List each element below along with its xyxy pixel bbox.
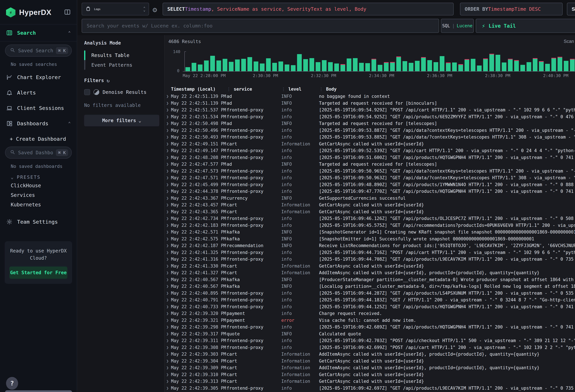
histogram-bar[interactable] — [508, 59, 513, 71]
histogram-bar[interactable] — [198, 65, 202, 71]
expand-chevron-icon[interactable]: ❯ — [165, 297, 171, 303]
table-row[interactable]: ❯May 22 2:42:47.577 PMadINFOTargeted ad … — [165, 161, 575, 168]
table-row[interactable]: ❯May 22 2:42:44.378 PMfrontend-proxyinfo… — [165, 188, 575, 195]
expand-chevron-icon[interactable]: ❯ — [165, 276, 171, 283]
histogram-bar[interactable] — [403, 61, 407, 71]
table-row[interactable]: ❯May 22 2:42:43.457 PMcartInformationGet… — [165, 202, 575, 208]
expand-chevron-icon[interactable]: ❯ — [165, 324, 171, 330]
expand-chevron-icon[interactable]: ❯ — [165, 249, 171, 256]
histogram-bar[interactable] — [229, 62, 234, 71]
histogram-bar[interactable] — [297, 54, 302, 71]
sidebar-item-team-settings[interactable]: Team Settings — [0, 214, 77, 230]
mode-lucene[interactable]: Lucene — [457, 23, 472, 28]
col-header-body[interactable]: Body — [319, 85, 575, 93]
expand-chevron-icon[interactable]: ❯ — [165, 147, 171, 154]
histogram-bar[interactable] — [514, 60, 519, 71]
table-row[interactable]: ❯May 22 2:42:40.567 PMkafkaINFO[LocalLog… — [165, 283, 575, 290]
histogram-bar[interactable] — [278, 62, 283, 71]
expand-chevron-icon[interactable]: ❯ — [165, 107, 171, 114]
histogram-bar[interactable] — [496, 55, 500, 71]
expand-chevron-icon[interactable]: ❯ — [165, 181, 171, 188]
col-header-service[interactable]: service — [227, 85, 281, 93]
source-select[interactable]: Logs ⌃⌄ — [82, 3, 149, 15]
table-row[interactable]: ❯May 22 2:42:42.575 PMkafkaINFO[Snapshot… — [165, 235, 575, 242]
sidebar-item-alerts[interactable]: Alerts — [0, 85, 77, 100]
expand-chevron-icon[interactable]: ❯ — [165, 337, 171, 344]
histogram-bar[interactable] — [433, 62, 438, 71]
table-row[interactable]: ❯May 22 2:42:42.734 PMfrontend-proxyinfo… — [165, 215, 575, 222]
histogram-bar[interactable] — [390, 62, 395, 71]
table-row[interactable]: ❯May 22 2:42:50.493 PMfrontend-proxyinfo… — [165, 134, 575, 140]
histogram-bar[interactable] — [192, 63, 196, 71]
expand-chevron-icon[interactable]: ❯ — [165, 242, 171, 249]
histogram-bar[interactable] — [520, 65, 525, 71]
expand-chevron-icon[interactable]: ❯ — [165, 229, 171, 235]
table-row[interactable]: ❯May 22 2:42:40.733 PMfrontend-proxyinfo… — [165, 303, 575, 310]
histogram-bar[interactable] — [464, 59, 469, 71]
histogram-bar[interactable] — [185, 67, 190, 71]
mode-sql[interactable]: SQL — [442, 23, 450, 28]
histogram-bar[interactable] — [527, 62, 531, 71]
preset-item-services[interactable]: Services — [0, 190, 77, 200]
table-row[interactable]: ❯May 22 2:42:39.309 PMcartInformationAdd… — [165, 364, 575, 371]
histogram-bar[interactable] — [483, 58, 488, 71]
histogram-bar[interactable] — [446, 63, 451, 71]
table-row[interactable]: ❯May 22 2:42:39.321 PMpaymenterrorVisa c… — [165, 317, 575, 324]
histogram-bar[interactable] — [471, 59, 476, 71]
expand-chevron-icon[interactable]: ❯ — [165, 120, 171, 127]
histogram-bar[interactable] — [247, 57, 252, 71]
analysis-mode-event-patterns[interactable]: Event Patterns — [85, 60, 132, 70]
table-row[interactable]: ❯May 22 2:42:43.367 PMcurrencyINFOGetSup… — [165, 195, 575, 202]
chevron-up-icon[interactable]: ⌃ — [68, 30, 71, 35]
histogram-bar[interactable] — [328, 62, 333, 71]
table-row[interactable]: ❯May 22 2:42:47.573 PMfrontend-proxyinfo… — [165, 168, 575, 175]
preset-item-clickhouse[interactable]: ClickHouse — [0, 181, 77, 190]
histogram-bar[interactable] — [421, 57, 426, 71]
table-row[interactable]: ❯May 22 2:42:39.298 PMfrontend-proxyinfo… — [165, 324, 575, 330]
histogram-bar[interactable] — [409, 63, 413, 71]
table-row[interactable]: ❯May 22 2:42:41.325 PMfrontend-proxyinfo… — [165, 249, 575, 256]
histogram-bar[interactable] — [396, 56, 401, 71]
histogram-bar[interactable] — [551, 58, 556, 71]
expand-chevron-icon[interactable]: ❯ — [165, 208, 171, 215]
table-row[interactable]: ❯May 22 2:42:48.208 PMfrontend-proxyinfo… — [165, 154, 575, 161]
expand-chevron-icon[interactable]: ❯ — [165, 127, 171, 134]
expand-chevron-icon[interactable]: ❯ — [165, 371, 171, 378]
expand-chevron-icon[interactable]: ❯ — [165, 317, 171, 324]
histogram-bar[interactable] — [291, 65, 296, 71]
expand-chevron-icon[interactable]: ❯ — [165, 174, 171, 181]
expand-chevron-icon[interactable]: ❯ — [165, 256, 171, 263]
table-row[interactable]: ❯May 22 2:42:49.147 PMfrontend-proxyinfo… — [165, 147, 575, 154]
histogram-bar[interactable] — [347, 58, 351, 71]
histogram-bar[interactable] — [539, 61, 544, 71]
expand-chevron-icon[interactable]: ❯ — [165, 222, 171, 229]
order-by-input[interactable]: ORDER BY TimestampTime DESC — [460, 3, 563, 15]
sidebar-item-chart-explorer[interactable]: Chart Explorer — [0, 69, 77, 85]
histogram-bar[interactable] — [223, 59, 227, 71]
help-button[interactable]: ? — [6, 377, 18, 390]
more-filters-button[interactable]: More filters⌄ — [84, 115, 159, 126]
expand-chevron-icon[interactable]: ❯ — [165, 344, 171, 351]
expand-chevron-icon[interactable]: ❯ — [165, 215, 171, 222]
table-row[interactable]: ❯May 22 2:42:39.311 PMfrontend-proxyinfo… — [165, 337, 575, 344]
denoise-results-toggle[interactable]: Denoise Results — [84, 89, 159, 95]
table-row[interactable]: ❯May 22 2:42:39.304 PMcartInformationGet… — [165, 358, 575, 365]
table-row[interactable]: ❯May 22 2:42:42.187 PMrecommendationINFO… — [165, 242, 575, 249]
histogram-bar[interactable] — [378, 65, 382, 71]
expand-chevron-icon[interactable]: ❯ — [165, 351, 171, 358]
sidebar-collapse-icon[interactable] — [64, 9, 71, 16]
search-input[interactable]: Search your events w/ Lucene ex. column:… — [82, 19, 439, 33]
saved-dashboards-input[interactable]: Saved Dashboards ⌘ K — [5, 147, 72, 159]
presets-toggle[interactable]: ⌄ PRESETS — [0, 172, 77, 181]
table-row[interactable]: ❯May 22 2:42:41.330 PMcartInformationGet… — [165, 263, 575, 270]
expand-chevron-icon[interactable]: ❯ — [165, 93, 171, 100]
table-row[interactable]: ❯May 22 2:42:39.308 PMfrontend-proxyinfo… — [165, 344, 575, 351]
expand-chevron-icon[interactable]: ❯ — [165, 202, 171, 208]
histogram-bar[interactable] — [371, 59, 376, 71]
table-row[interactable]: ❯May 22 2:42:39.310 PMcartInformationGet… — [165, 371, 575, 378]
table-row[interactable]: ❯May 22 2:42:51.534 PMfrontend-proxyinfo… — [165, 114, 575, 120]
table-row[interactable]: ❯May 22 2:42:40.791 PMfrontend-proxyinfo… — [165, 297, 575, 303]
expand-chevron-icon[interactable]: ❯ — [165, 235, 171, 242]
expand-chevron-icon[interactable]: ❯ — [165, 303, 171, 310]
histogram-bar[interactable] — [254, 62, 258, 71]
